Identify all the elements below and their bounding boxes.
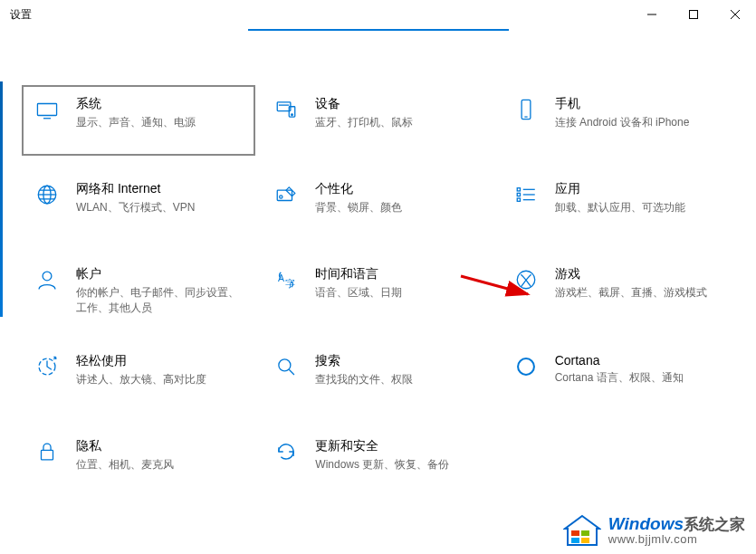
category-title: 设备	[315, 96, 413, 112]
globe-icon	[31, 181, 63, 206]
svg-point-30	[279, 359, 291, 371]
category-time-language[interactable]: A字 时间和语言 语音、区域、日期	[261, 255, 494, 328]
svg-point-8	[292, 114, 293, 116]
svg-rect-19	[517, 188, 520, 191]
language-icon: A字	[270, 266, 302, 291]
window-title: 设置	[0, 7, 32, 23]
svg-rect-37	[581, 530, 589, 536]
display-icon	[31, 96, 63, 121]
category-phone[interactable]: 手机 连接 Android 设备和 iPhone	[501, 85, 734, 156]
xbox-icon	[510, 266, 542, 291]
category-title: 更新和安全	[315, 438, 449, 454]
category-title: 隐私	[76, 438, 174, 454]
category-title: 个性化	[315, 181, 402, 197]
close-button[interactable]	[714, 0, 756, 29]
category-privacy[interactable]: 隐私 位置、相机、麦克风	[22, 427, 255, 498]
category-subtitle: 蓝牙、打印机、鼠标	[315, 115, 413, 130]
category-subtitle: 查找我的文件、权限	[315, 372, 413, 387]
category-title: 帐户	[76, 266, 246, 282]
settings-grid: 系统 显示、声音、通知、电源 设备 蓝牙、打印机、鼠标 手机 连接 Androi…	[0, 31, 756, 498]
category-title: 游戏	[555, 266, 707, 282]
category-subtitle: 位置、相机、麦克风	[76, 457, 174, 473]
category-ease-of-access[interactable]: 轻松使用 讲述人、放大镜、高对比度	[22, 342, 255, 413]
svg-rect-20	[517, 193, 520, 196]
svg-rect-1	[690, 11, 698, 19]
category-title: 轻松使用	[76, 353, 206, 369]
titlebar: 设置	[0, 0, 756, 29]
apps-icon	[510, 181, 542, 206]
category-title: 应用	[555, 181, 685, 197]
category-subtitle: 显示、声音、通知、电源	[76, 115, 196, 130]
watermark-site-name: Windows系统之家	[608, 514, 745, 534]
svg-rect-21	[517, 198, 520, 201]
person-icon	[31, 266, 63, 291]
svg-rect-10	[522, 100, 531, 119]
ease-of-access-icon	[31, 353, 63, 378]
category-personalization[interactable]: 个性化 背景、锁屏、颜色	[261, 170, 494, 241]
category-apps[interactable]: 应用 卸载、默认应用、可选功能	[501, 170, 734, 241]
left-scrollbar-artifact	[0, 81, 3, 317]
minimize-button[interactable]	[631, 0, 673, 29]
paint-icon	[270, 181, 302, 206]
house-icon	[563, 512, 601, 549]
svg-rect-33	[42, 450, 53, 460]
watermark: Windows系统之家 www.bjjmlv.com	[552, 507, 756, 554]
svg-rect-36	[571, 530, 579, 536]
category-subtitle: WLAN、飞行模式、VPN	[76, 200, 195, 215]
category-search[interactable]: 搜索 查找我的文件、权限	[261, 342, 494, 413]
svg-rect-17	[278, 190, 292, 200]
category-subtitle: 连接 Android 设备和 iPhone	[555, 115, 690, 130]
category-network[interactable]: 网络和 Internet WLAN、飞行模式、VPN	[22, 170, 255, 241]
phone-icon	[510, 96, 542, 121]
category-subtitle: 游戏栏、截屏、直播、游戏模式	[555, 285, 707, 301]
svg-line-31	[290, 369, 295, 375]
category-title: 系统	[76, 96, 196, 112]
update-icon	[270, 438, 302, 463]
category-subtitle: 语音、区域、日期	[315, 285, 402, 301]
svg-rect-38	[571, 538, 579, 543]
svg-text:字: 字	[286, 278, 296, 289]
category-title: Cortana	[555, 353, 684, 368]
watermark-url: www.bjjmlv.com	[608, 533, 745, 547]
category-update-security[interactable]: 更新和安全 Windows 更新、恢复、备份	[261, 427, 494, 498]
maximize-button[interactable]	[673, 0, 714, 29]
category-title: 手机	[555, 96, 690, 112]
cortana-icon	[510, 353, 542, 378]
category-title: 网络和 Internet	[76, 181, 195, 197]
category-subtitle: 背景、锁屏、颜色	[315, 200, 402, 215]
category-subtitle: Cortana 语言、权限、通知	[555, 370, 684, 386]
category-gaming[interactable]: 游戏 游戏栏、截屏、直播、游戏模式	[501, 255, 734, 328]
search-icon	[270, 353, 302, 378]
svg-point-18	[280, 196, 282, 198]
category-devices[interactable]: 设备 蓝牙、打印机、鼠标	[261, 85, 494, 156]
svg-rect-39	[581, 538, 589, 543]
svg-point-32	[518, 358, 534, 375]
category-subtitle: 卸载、默认应用、可选功能	[555, 200, 685, 215]
category-subtitle: Windows 更新、恢复、备份	[315, 457, 449, 473]
category-subtitle: 讲述人、放大镜、高对比度	[76, 372, 206, 387]
category-title: 时间和语言	[315, 266, 402, 282]
svg-point-25	[43, 272, 52, 281]
category-subtitle: 你的帐户、电子邮件、同步设置、工作、其他人员	[76, 285, 246, 317]
category-system[interactable]: 系统 显示、声音、通知、电源	[22, 85, 255, 156]
window-controls	[631, 0, 756, 29]
svg-rect-4	[37, 104, 56, 116]
category-accounts[interactable]: 帐户 你的帐户、电子邮件、同步设置、工作、其他人员	[22, 255, 255, 328]
category-cortana[interactable]: Cortana Cortana 语言、权限、通知	[501, 342, 734, 413]
category-title: 搜索	[315, 353, 413, 369]
devices-icon	[270, 96, 302, 121]
lock-icon	[31, 438, 63, 463]
